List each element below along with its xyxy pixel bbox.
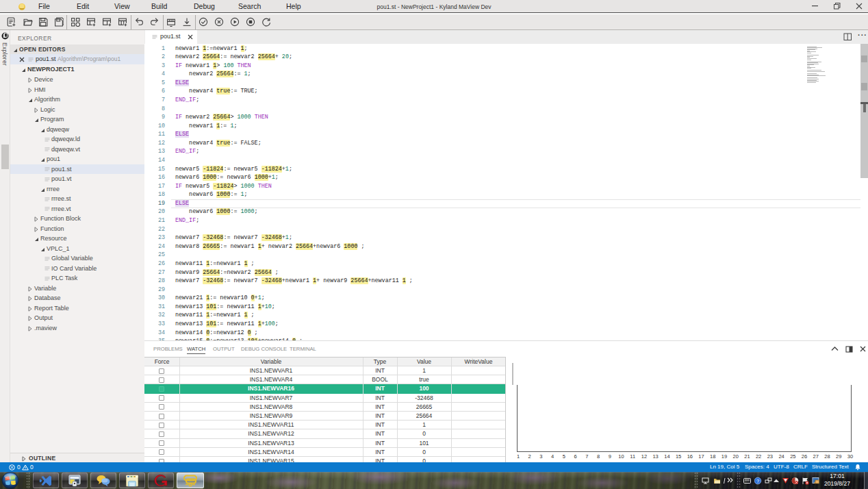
svg-text:?: ? bbox=[756, 477, 759, 484]
